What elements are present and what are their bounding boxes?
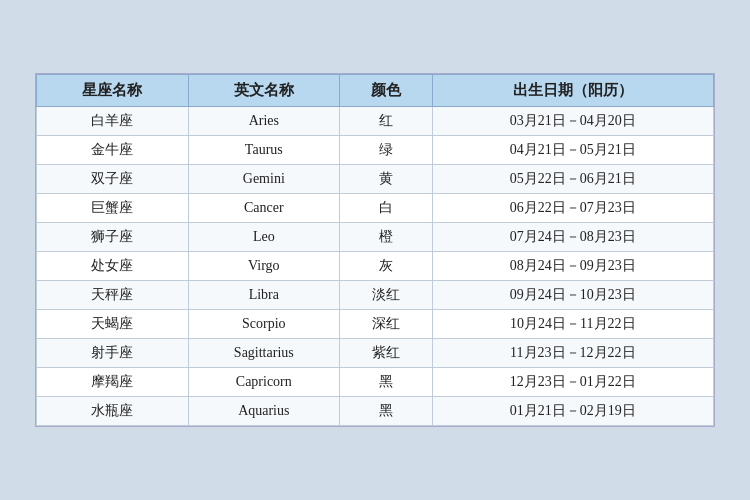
cell-chinese: 摩羯座 <box>37 368 189 397</box>
table-row: 双子座Gemini黄05月22日－06月21日 <box>37 165 714 194</box>
cell-color: 淡红 <box>340 281 432 310</box>
table-row: 射手座Sagittarius紫红11月23日－12月22日 <box>37 339 714 368</box>
cell-chinese: 白羊座 <box>37 107 189 136</box>
cell-color: 红 <box>340 107 432 136</box>
table-body: 白羊座Aries红03月21日－04月20日金牛座Taurus绿04月21日－0… <box>37 107 714 426</box>
table-row: 处女座Virgo灰08月24日－09月23日 <box>37 252 714 281</box>
table-row: 狮子座Leo橙07月24日－08月23日 <box>37 223 714 252</box>
cell-english: Sagittarius <box>188 339 340 368</box>
cell-english: Gemini <box>188 165 340 194</box>
cell-date: 03月21日－04月20日 <box>432 107 713 136</box>
cell-color: 紫红 <box>340 339 432 368</box>
col-header-english: 英文名称 <box>188 75 340 107</box>
cell-english: Capricorn <box>188 368 340 397</box>
cell-chinese: 金牛座 <box>37 136 189 165</box>
col-header-chinese: 星座名称 <box>37 75 189 107</box>
cell-color: 绿 <box>340 136 432 165</box>
cell-color: 橙 <box>340 223 432 252</box>
cell-chinese: 处女座 <box>37 252 189 281</box>
col-header-color: 颜色 <box>340 75 432 107</box>
cell-chinese: 狮子座 <box>37 223 189 252</box>
cell-english: Aries <box>188 107 340 136</box>
cell-english: Virgo <box>188 252 340 281</box>
cell-chinese: 双子座 <box>37 165 189 194</box>
cell-chinese: 水瓶座 <box>37 397 189 426</box>
cell-color: 白 <box>340 194 432 223</box>
cell-date: 10月24日－11月22日 <box>432 310 713 339</box>
cell-date: 07月24日－08月23日 <box>432 223 713 252</box>
table-row: 天秤座Libra淡红09月24日－10月23日 <box>37 281 714 310</box>
cell-date: 06月22日－07月23日 <box>432 194 713 223</box>
cell-date: 11月23日－12月22日 <box>432 339 713 368</box>
zodiac-table-container: 星座名称 英文名称 颜色 出生日期（阳历） 白羊座Aries红03月21日－04… <box>35 73 715 427</box>
cell-color: 灰 <box>340 252 432 281</box>
cell-chinese: 天蝎座 <box>37 310 189 339</box>
cell-date: 09月24日－10月23日 <box>432 281 713 310</box>
cell-english: Libra <box>188 281 340 310</box>
table-header-row: 星座名称 英文名称 颜色 出生日期（阳历） <box>37 75 714 107</box>
cell-chinese: 天秤座 <box>37 281 189 310</box>
cell-date: 08月24日－09月23日 <box>432 252 713 281</box>
table-row: 白羊座Aries红03月21日－04月20日 <box>37 107 714 136</box>
cell-date: 01月21日－02月19日 <box>432 397 713 426</box>
cell-color: 黄 <box>340 165 432 194</box>
cell-english: Scorpio <box>188 310 340 339</box>
table-row: 摩羯座Capricorn黑12月23日－01月22日 <box>37 368 714 397</box>
zodiac-table: 星座名称 英文名称 颜色 出生日期（阳历） 白羊座Aries红03月21日－04… <box>36 74 714 426</box>
table-row: 天蝎座Scorpio深红10月24日－11月22日 <box>37 310 714 339</box>
cell-chinese: 射手座 <box>37 339 189 368</box>
cell-color: 深红 <box>340 310 432 339</box>
cell-english: Taurus <box>188 136 340 165</box>
cell-color: 黑 <box>340 397 432 426</box>
cell-date: 04月21日－05月21日 <box>432 136 713 165</box>
cell-chinese: 巨蟹座 <box>37 194 189 223</box>
cell-date: 12月23日－01月22日 <box>432 368 713 397</box>
table-row: 巨蟹座Cancer白06月22日－07月23日 <box>37 194 714 223</box>
col-header-date: 出生日期（阳历） <box>432 75 713 107</box>
table-row: 水瓶座Aquarius黑01月21日－02月19日 <box>37 397 714 426</box>
cell-english: Cancer <box>188 194 340 223</box>
cell-english: Aquarius <box>188 397 340 426</box>
cell-date: 05月22日－06月21日 <box>432 165 713 194</box>
cell-english: Leo <box>188 223 340 252</box>
table-row: 金牛座Taurus绿04月21日－05月21日 <box>37 136 714 165</box>
cell-color: 黑 <box>340 368 432 397</box>
